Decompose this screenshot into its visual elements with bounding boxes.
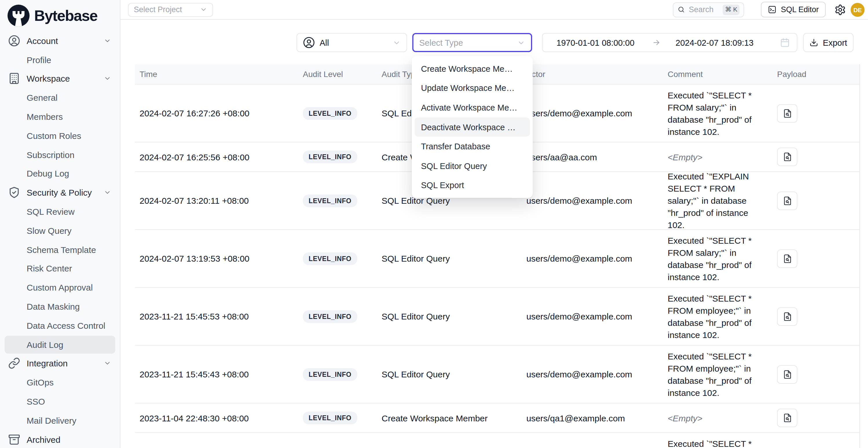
date-from-value: 1970-01-01 08:00:00 [556, 38, 634, 47]
type-menu-option-activate-workspace-me[interactable]: Activate Workspace Me… [414, 98, 530, 117]
sidebar-item-debug-log[interactable]: Debug Log [0, 164, 120, 183]
level-badge: LEVEL_INFO [303, 368, 357, 381]
sidebar-item-profile[interactable]: Profile [0, 50, 120, 69]
search-placeholder: Search [689, 5, 714, 14]
sidebar-item-custom-approval[interactable]: Custom Approval [0, 278, 120, 297]
level-badge: LEVEL_INFO [303, 194, 357, 207]
chevron-icon [517, 38, 525, 46]
payload-view-button[interactable] [777, 104, 797, 122]
payload-view-button[interactable] [777, 249, 797, 268]
sidebar-item-audit-log[interactable]: Audit Log [5, 336, 115, 354]
sidebar-item-integration[interactable]: Integration [0, 354, 120, 373]
cell-time: 2023-11-21 15:45:53 +08:00 [135, 311, 298, 321]
cell-payload [772, 307, 860, 326]
sidebar-item-security-policy[interactable]: Security & Policy [0, 183, 120, 202]
sidebar-item-schema-template[interactable]: Schema Template [0, 240, 120, 259]
cell-audit-level: LEVEL_INFO [298, 151, 377, 163]
calendar-icon [780, 38, 790, 47]
settings-gear-icon[interactable] [834, 4, 846, 15]
payload-view-button[interactable] [777, 365, 797, 383]
payload-view-button[interactable] [777, 191, 797, 210]
cell-audit-level: LEVEL_INFO [298, 310, 377, 323]
chevron-icon [200, 6, 207, 13]
export-label: Export [823, 38, 847, 47]
user-avatar[interactable]: DE [850, 3, 865, 17]
type-menu-option-transfer-database[interactable]: Transfer Database [414, 137, 530, 156]
cell-time: 2023-11-04 22:48:30 +08:00 [135, 413, 298, 423]
chevron-down-icon [393, 38, 401, 46]
sidebar-item-risk-center[interactable]: Risk Center [0, 259, 120, 278]
project-select[interactable]: Select Project [128, 3, 213, 17]
payload-view-button[interactable] [777, 307, 797, 326]
type-menu-option-deactivate-workspace[interactable]: Deactivate Workspace … [414, 118, 530, 137]
sidebar-item-label: Archived [27, 435, 61, 444]
type-menu-option-update-workspace-me[interactable]: Update Workspace Me… [414, 78, 530, 98]
file-search-icon [783, 312, 792, 321]
date-range-picker[interactable]: 1970-01-01 08:00:00 2024-02-07 18:09:13 [542, 33, 797, 52]
sidebar-item-label: Members [27, 112, 63, 122]
payload-view-button[interactable] [777, 148, 797, 166]
sql-editor-button[interactable]: SQL Editor [761, 2, 826, 18]
chevron-icon [104, 37, 111, 44]
topbar-actions: Search ⌘ K SQL Editor DE [673, 2, 865, 18]
level-badge: LEVEL_INFO [303, 412, 357, 424]
file-search-icon [783, 108, 792, 118]
arrow-right-icon [652, 38, 660, 47]
cell-actor: users/demo@example.com [522, 311, 663, 321]
export-button[interactable]: Export [803, 33, 854, 52]
sidebar-item-label: SQL Review [27, 206, 75, 217]
cell-payload [772, 249, 860, 268]
sidebar-nav: AccountProfileWorkspaceGeneralMembersCus… [0, 31, 120, 448]
sidebar-item-slow-query[interactable]: Slow Query [0, 221, 120, 240]
search-input[interactable]: Search ⌘ K [673, 2, 744, 17]
chevron-icon [393, 38, 401, 46]
chevron-icon [104, 189, 111, 196]
sidebar-item-label: SSO [27, 396, 45, 406]
download-icon [809, 38, 818, 47]
sidebar-item-sql-review[interactable]: SQL Review [0, 202, 120, 221]
file-search-icon [783, 370, 792, 379]
cell-audit-level: LEVEL_INFO [298, 107, 377, 120]
type-filter-select[interactable]: Select Type [412, 33, 532, 52]
sidebar-item-workspace[interactable]: Workspace [0, 69, 120, 88]
link-icon [8, 357, 20, 370]
type-menu-option-sql-export[interactable]: SQL Export [414, 176, 530, 195]
search-shortcut-kbd: ⌘ K [723, 4, 740, 15]
column-header-comment: Comment [663, 69, 772, 79]
sidebar-item-archived[interactable]: Archived [0, 430, 120, 448]
sidebar-item-account[interactable]: Account [0, 31, 120, 50]
search-icon [678, 6, 685, 13]
sidebar-item-sso[interactable]: SSO [0, 392, 120, 411]
sidebar-item-label: Mail Delivery [27, 416, 76, 425]
cell-payload [772, 409, 860, 427]
sidebar-item-label: Custom Roles [27, 131, 81, 141]
table-row: 2023-11-21 15:45:53 +08:00LEVEL_INFOSQL … [135, 288, 859, 346]
sidebar-item-subscription[interactable]: Subscription [0, 145, 120, 164]
sidebar-item-gitops[interactable]: GitOps [0, 373, 120, 392]
cell-actor: users/aa@aa.com [522, 152, 663, 162]
cell-comment: Executed `"SELECT * FROM employee;"` in … [663, 292, 772, 341]
sidebar-item-label: Risk Center [27, 264, 72, 274]
sidebar-item-general[interactable]: General [0, 88, 120, 107]
sidebar-item-label: Data Masking [27, 301, 80, 311]
actor-filter-select[interactable]: All [297, 33, 407, 52]
sidebar-item-members[interactable]: Members [0, 107, 120, 126]
sidebar-item-label: Debug Log [27, 169, 69, 179]
sidebar-item-mail-delivery[interactable]: Mail Delivery [0, 411, 120, 430]
download-icon [809, 38, 818, 47]
cell-payload [772, 365, 860, 383]
column-header-payload: Payload [772, 69, 860, 79]
brand-logo[interactable]: Bytebase [7, 5, 97, 27]
sidebar-item-custom-roles[interactable]: Custom Roles [0, 126, 120, 145]
user-circle-icon [303, 36, 315, 49]
actor-filter-value: All [320, 38, 329, 47]
sidebar-item-data-masking[interactable]: Data Masking [0, 297, 120, 316]
type-menu-option-sql-editor-query[interactable]: SQL Editor Query [414, 156, 530, 176]
type-menu-option-create-workspace-me[interactable]: Create Workspace Me… [414, 59, 530, 78]
sidebar-item-data-access-control[interactable]: Data Access Control [0, 316, 120, 335]
calendar-icon [780, 38, 790, 47]
terminal-icon [768, 5, 777, 14]
cell-comment: Executed `"SELECT * FROM salary;"` in da… [663, 89, 772, 137]
cell-comment: Executed `"EXPLAIN SELECT * FROM salary;… [663, 170, 772, 231]
payload-view-button[interactable] [777, 409, 797, 427]
